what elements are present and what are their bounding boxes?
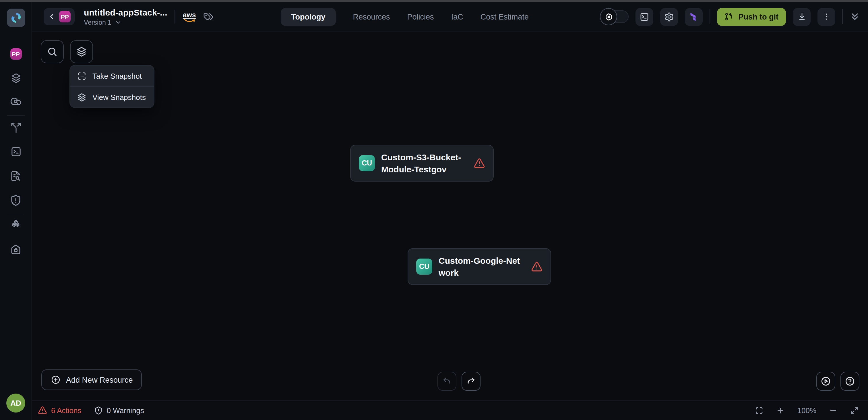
plus-icon: [776, 406, 785, 415]
sidebar-item-policy-violations[interactable]: [0, 194, 32, 206]
add-new-resource-button[interactable]: Add New Resource: [41, 369, 142, 390]
sidebar-item-cloud-discovery[interactable]: [0, 95, 32, 107]
warning-triangle-icon[interactable]: [531, 261, 542, 272]
add-new-resource-label: Add New Resource: [66, 375, 133, 384]
plus-circle-icon: [51, 374, 61, 385]
version-selector[interactable]: Version 1: [84, 19, 167, 26]
help-circle-icon: [844, 376, 856, 387]
zoom-controls: 100%: [755, 406, 859, 415]
stackgen-logo[interactable]: [7, 9, 25, 27]
search-icon: [46, 46, 58, 57]
custom-module-badge: CU: [416, 258, 432, 275]
warnings-status[interactable]: 0 Warnings: [94, 406, 144, 415]
undo-button[interactable]: [437, 372, 456, 391]
file-search-icon: [10, 170, 22, 182]
walkthrough-play-button[interactable]: [816, 372, 835, 391]
appstack-title-block: untitled-appStack-... Version 1: [84, 7, 167, 26]
push-to-git-button[interactable]: Push to git: [717, 8, 786, 26]
snapshots-button[interactable]: [70, 40, 93, 63]
menu-item-view-snapshots[interactable]: View Snapshots: [70, 87, 154, 107]
main-nav-tabs: Topology Resources Policies IaC Cost Est…: [281, 2, 529, 32]
cloud-search-icon: [10, 95, 22, 107]
header-divider: [175, 10, 175, 24]
terraform-button[interactable]: [685, 8, 703, 26]
user-avatar[interactable]: AD: [6, 394, 25, 413]
policy-mode-toggle[interactable]: [602, 10, 629, 23]
sidebar-item-branches[interactable]: [0, 122, 32, 133]
snapshot-dropdown-menu: Take Snapshot View Snapshots: [69, 65, 154, 108]
tab-topology[interactable]: Topology: [281, 8, 336, 26]
sidebar-item-private-registry[interactable]: [0, 244, 32, 256]
aws-smile-icon: [183, 18, 196, 22]
header-right-group: Push to git: [602, 2, 860, 32]
double-chevron-down-icon: [849, 11, 860, 22]
resource-node-title: Custom-S3-Bucket-Module-Testgov: [381, 151, 467, 175]
warning-triangle-icon[interactable]: [474, 158, 485, 169]
tab-resources[interactable]: Resources: [353, 12, 390, 21]
layers-icon: [76, 46, 87, 57]
resource-node-title: Custom-Google-Network: [439, 254, 525, 279]
sidebar-item-modules[interactable]: [0, 219, 32, 231]
left-sidebar: PP: [0, 2, 32, 420]
download-button[interactable]: [793, 8, 811, 26]
layers-icon: [10, 73, 22, 84]
sidebar-item-terminal[interactable]: [0, 146, 32, 158]
shield-exclamation-icon: [94, 406, 103, 415]
fullscreen-button[interactable]: [850, 406, 859, 415]
play-circle-icon: [820, 376, 831, 387]
header-divider: [710, 9, 710, 24]
terraform-icon: [689, 12, 699, 22]
push-to-git-label: Push to git: [739, 12, 779, 21]
warning-triangle-icon: [38, 405, 47, 415]
stackgen-logo-icon: [10, 11, 22, 24]
expand-arrows-icon: [850, 406, 859, 415]
menu-item-take-snapshot[interactable]: Take Snapshot: [70, 65, 154, 86]
zoom-in-button[interactable]: [776, 406, 785, 415]
header-left-group: PP untitled-appStack-... Version 1 aws: [43, 2, 214, 32]
resource-node-custom-google-network[interactable]: CU Custom-Google-Network: [408, 248, 551, 285]
zoom-level-label: 100%: [797, 406, 817, 415]
snapshot-frame-icon: [77, 71, 87, 81]
tab-iac[interactable]: IaC: [451, 12, 463, 21]
actions-status[interactable]: 6 Actions: [38, 405, 82, 415]
terminal-icon: [640, 12, 650, 22]
terminal-button[interactable]: [636, 8, 654, 26]
download-icon: [797, 12, 806, 21]
chevron-down-icon: [115, 19, 122, 26]
aws-provider-logo: aws: [183, 11, 196, 22]
terminal-icon: [10, 146, 22, 158]
header-divider: [842, 9, 843, 24]
kebab-menu-icon: [822, 12, 831, 21]
view-snapshots-label: View Snapshots: [92, 93, 146, 102]
tags-icon[interactable]: [203, 11, 214, 22]
settings-button[interactable]: [660, 8, 678, 26]
topology-canvas[interactable]: Take Snapshot View Snapshots CU Custom-S…: [32, 32, 868, 400]
more-options-button[interactable]: [817, 8, 835, 26]
sidebar-item-audit-logs[interactable]: [0, 170, 32, 182]
help-button[interactable]: [840, 372, 859, 391]
window-top-strip: [0, 0, 868, 2]
git-branch-icon: [725, 12, 734, 21]
canvas-search-button[interactable]: [41, 40, 64, 63]
zoom-out-button[interactable]: [829, 406, 838, 415]
undo-icon: [442, 376, 452, 386]
sidebar-item-appstacks[interactable]: [0, 73, 32, 84]
home-lock-icon: [10, 244, 22, 256]
back-workspace-group[interactable]: PP: [43, 8, 74, 25]
version-label: Version 1: [84, 19, 112, 26]
back-chevron-icon: [48, 12, 56, 21]
redo-button[interactable]: [462, 372, 480, 391]
aws-label: aws: [183, 11, 196, 18]
resource-node-custom-s3-bucket[interactable]: CU Custom-S3-Bucket-Module-Testgov: [350, 145, 494, 181]
tab-cost-estimate[interactable]: Cost Estimate: [480, 12, 529, 21]
fit-view-button[interactable]: [755, 406, 764, 415]
shield-alert-icon: [10, 194, 22, 206]
collapse-header-button[interactable]: [849, 11, 860, 22]
hexagon-x-icon: [604, 12, 613, 21]
take-snapshot-label: Take Snapshot: [92, 72, 142, 80]
warnings-count-label: 0 Warnings: [107, 406, 144, 415]
custom-module-badge: CU: [359, 155, 375, 171]
sidebar-item-workspace[interactable]: PP: [0, 48, 32, 60]
tab-policies[interactable]: Policies: [407, 12, 434, 21]
sidebar-divider: [7, 214, 25, 214]
